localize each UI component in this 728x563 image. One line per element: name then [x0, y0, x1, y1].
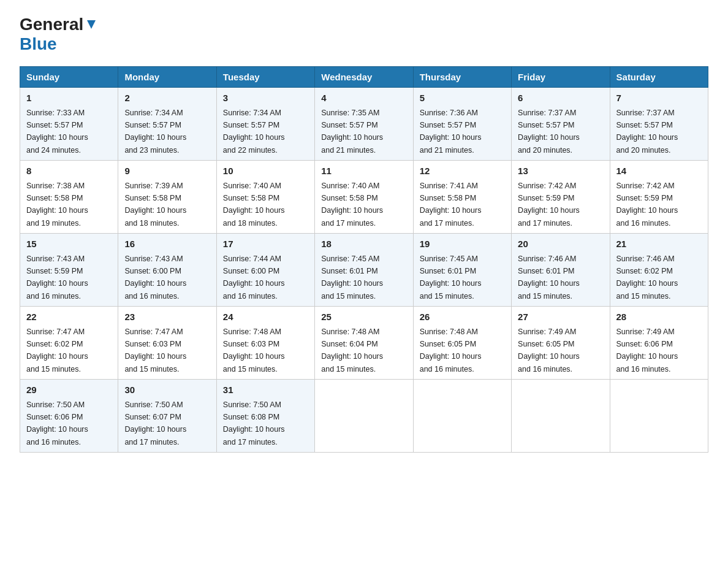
day-sun-info: Sunrise: 7:38 AM Sunset: 5:58 PM Dayligh… — [26, 182, 88, 228]
calendar-cell: 21Sunrise: 7:46 AM Sunset: 6:02 PM Dayli… — [610, 234, 708, 307]
day-sun-info: Sunrise: 7:47 AM Sunset: 6:03 PM Dayligh… — [124, 327, 186, 373]
day-sun-info: Sunrise: 7:33 AM Sunset: 5:57 PM Dayligh… — [26, 109, 88, 155]
calendar-cell: 4Sunrise: 7:35 AM Sunset: 5:57 PM Daylig… — [315, 88, 413, 161]
calendar-cell — [413, 380, 511, 453]
day-sun-info: Sunrise: 7:37 AM Sunset: 5:57 PM Dayligh… — [518, 109, 580, 155]
weekday-header-row: SundayMondayTuesdayWednesdayThursdayFrid… — [20, 67, 708, 88]
day-number: 8 — [26, 164, 112, 178]
day-number: 21 — [616, 237, 702, 251]
day-sun-info: Sunrise: 7:50 AM Sunset: 6:08 PM Dayligh… — [223, 400, 285, 446]
day-sun-info: Sunrise: 7:41 AM Sunset: 5:58 PM Dayligh… — [420, 182, 482, 228]
day-sun-info: Sunrise: 7:39 AM Sunset: 5:58 PM Dayligh… — [124, 182, 186, 228]
day-number: 11 — [321, 164, 406, 178]
day-number: 4 — [321, 91, 406, 105]
weekday-header-friday: Friday — [512, 67, 610, 88]
calendar-cell: 10Sunrise: 7:40 AM Sunset: 5:58 PM Dayli… — [216, 161, 314, 234]
calendar-week-row: 15Sunrise: 7:43 AM Sunset: 5:59 PM Dayli… — [20, 234, 708, 307]
calendar-week-row: 1Sunrise: 7:33 AM Sunset: 5:57 PM Daylig… — [20, 88, 708, 161]
day-sun-info: Sunrise: 7:46 AM Sunset: 6:02 PM Dayligh… — [616, 255, 678, 301]
calendar-cell: 12Sunrise: 7:41 AM Sunset: 5:58 PM Dayli… — [413, 161, 511, 234]
calendar-cell: 5Sunrise: 7:36 AM Sunset: 5:57 PM Daylig… — [413, 88, 511, 161]
calendar-table: SundayMondayTuesdayWednesdayThursdayFrid… — [20, 66, 708, 453]
calendar-cell: 31Sunrise: 7:50 AM Sunset: 6:08 PM Dayli… — [216, 380, 314, 453]
day-number: 16 — [124, 237, 210, 251]
logo-arrow-icon — [85, 18, 98, 31]
day-sun-info: Sunrise: 7:44 AM Sunset: 6:00 PM Dayligh… — [223, 255, 285, 301]
calendar-week-row: 8Sunrise: 7:38 AM Sunset: 5:58 PM Daylig… — [20, 161, 708, 234]
day-sun-info: Sunrise: 7:42 AM Sunset: 5:59 PM Dayligh… — [616, 182, 678, 228]
day-sun-info: Sunrise: 7:40 AM Sunset: 5:58 PM Dayligh… — [321, 182, 383, 228]
day-sun-info: Sunrise: 7:48 AM Sunset: 6:05 PM Dayligh… — [420, 327, 482, 373]
day-sun-info: Sunrise: 7:40 AM Sunset: 5:58 PM Dayligh… — [223, 182, 285, 228]
logo-general-text: General — [20, 15, 83, 34]
weekday-header-thursday: Thursday — [413, 67, 511, 88]
logo-blue-text: Blue — [20, 34, 57, 54]
calendar-cell: 30Sunrise: 7:50 AM Sunset: 6:07 PM Dayli… — [118, 380, 216, 453]
day-sun-info: Sunrise: 7:49 AM Sunset: 6:06 PM Dayligh… — [616, 327, 678, 373]
day-number: 12 — [420, 164, 505, 178]
day-number: 2 — [124, 91, 210, 105]
day-sun-info: Sunrise: 7:37 AM Sunset: 5:57 PM Dayligh… — [616, 109, 678, 155]
day-number: 14 — [616, 164, 702, 178]
calendar-cell — [610, 380, 708, 453]
day-number: 19 — [420, 237, 505, 251]
day-sun-info: Sunrise: 7:36 AM Sunset: 5:57 PM Dayligh… — [420, 109, 482, 155]
day-number: 15 — [26, 237, 112, 251]
day-sun-info: Sunrise: 7:49 AM Sunset: 6:05 PM Dayligh… — [518, 327, 580, 373]
calendar-cell: 27Sunrise: 7:49 AM Sunset: 6:05 PM Dayli… — [512, 307, 610, 380]
calendar-cell: 7Sunrise: 7:37 AM Sunset: 5:57 PM Daylig… — [610, 88, 708, 161]
day-sun-info: Sunrise: 7:46 AM Sunset: 6:01 PM Dayligh… — [518, 255, 580, 301]
calendar-cell: 29Sunrise: 7:50 AM Sunset: 6:06 PM Dayli… — [20, 380, 118, 453]
day-number: 24 — [223, 310, 308, 324]
day-sun-info: Sunrise: 7:48 AM Sunset: 6:03 PM Dayligh… — [223, 327, 285, 373]
calendar-cell — [315, 380, 413, 453]
day-sun-info: Sunrise: 7:50 AM Sunset: 6:06 PM Dayligh… — [26, 400, 88, 446]
day-number: 31 — [223, 383, 308, 397]
weekday-header-tuesday: Tuesday — [216, 67, 314, 88]
day-number: 5 — [420, 91, 505, 105]
day-number: 9 — [124, 164, 210, 178]
page-header: General Blue — [20, 15, 708, 54]
day-sun-info: Sunrise: 7:45 AM Sunset: 6:01 PM Dayligh… — [420, 255, 482, 301]
calendar-cell: 8Sunrise: 7:38 AM Sunset: 5:58 PM Daylig… — [20, 161, 118, 234]
weekday-header-sunday: Sunday — [20, 67, 118, 88]
calendar-cell: 24Sunrise: 7:48 AM Sunset: 6:03 PM Dayli… — [216, 307, 314, 380]
day-number: 22 — [26, 310, 112, 324]
calendar-cell: 20Sunrise: 7:46 AM Sunset: 6:01 PM Dayli… — [512, 234, 610, 307]
calendar-cell: 28Sunrise: 7:49 AM Sunset: 6:06 PM Dayli… — [610, 307, 708, 380]
day-number: 17 — [223, 237, 308, 251]
calendar-cell — [512, 380, 610, 453]
day-sun-info: Sunrise: 7:34 AM Sunset: 5:57 PM Dayligh… — [124, 109, 186, 155]
day-sun-info: Sunrise: 7:42 AM Sunset: 5:59 PM Dayligh… — [518, 182, 580, 228]
day-sun-info: Sunrise: 7:50 AM Sunset: 6:07 PM Dayligh… — [124, 400, 186, 446]
calendar-cell: 9Sunrise: 7:39 AM Sunset: 5:58 PM Daylig… — [118, 161, 216, 234]
day-number: 30 — [124, 383, 210, 397]
day-number: 23 — [124, 310, 210, 324]
calendar-cell: 2Sunrise: 7:34 AM Sunset: 5:57 PM Daylig… — [118, 88, 216, 161]
calendar-cell: 14Sunrise: 7:42 AM Sunset: 5:59 PM Dayli… — [610, 161, 708, 234]
day-number: 3 — [223, 91, 308, 105]
weekday-header-wednesday: Wednesday — [315, 67, 413, 88]
calendar-cell: 26Sunrise: 7:48 AM Sunset: 6:05 PM Dayli… — [413, 307, 511, 380]
calendar-cell: 25Sunrise: 7:48 AM Sunset: 6:04 PM Dayli… — [315, 307, 413, 380]
logo: General Blue — [20, 15, 98, 54]
calendar-cell: 22Sunrise: 7:47 AM Sunset: 6:02 PM Dayli… — [20, 307, 118, 380]
calendar-cell: 23Sunrise: 7:47 AM Sunset: 6:03 PM Dayli… — [118, 307, 216, 380]
day-sun-info: Sunrise: 7:47 AM Sunset: 6:02 PM Dayligh… — [26, 327, 88, 373]
day-sun-info: Sunrise: 7:43 AM Sunset: 6:00 PM Dayligh… — [124, 255, 186, 301]
day-number: 27 — [518, 310, 603, 324]
day-sun-info: Sunrise: 7:34 AM Sunset: 5:57 PM Dayligh… — [223, 109, 285, 155]
calendar-cell: 3Sunrise: 7:34 AM Sunset: 5:57 PM Daylig… — [216, 88, 314, 161]
day-number: 25 — [321, 310, 406, 324]
day-number: 10 — [223, 164, 308, 178]
day-sun-info: Sunrise: 7:43 AM Sunset: 5:59 PM Dayligh… — [26, 255, 88, 301]
day-sun-info: Sunrise: 7:45 AM Sunset: 6:01 PM Dayligh… — [321, 255, 383, 301]
day-number: 7 — [616, 91, 702, 105]
day-number: 20 — [518, 237, 603, 251]
day-sun-info: Sunrise: 7:48 AM Sunset: 6:04 PM Dayligh… — [321, 327, 383, 373]
calendar-cell: 1Sunrise: 7:33 AM Sunset: 5:57 PM Daylig… — [20, 88, 118, 161]
calendar-week-row: 29Sunrise: 7:50 AM Sunset: 6:06 PM Dayli… — [20, 380, 708, 453]
day-number: 13 — [518, 164, 603, 178]
calendar-cell: 13Sunrise: 7:42 AM Sunset: 5:59 PM Dayli… — [512, 161, 610, 234]
calendar-cell: 11Sunrise: 7:40 AM Sunset: 5:58 PM Dayli… — [315, 161, 413, 234]
